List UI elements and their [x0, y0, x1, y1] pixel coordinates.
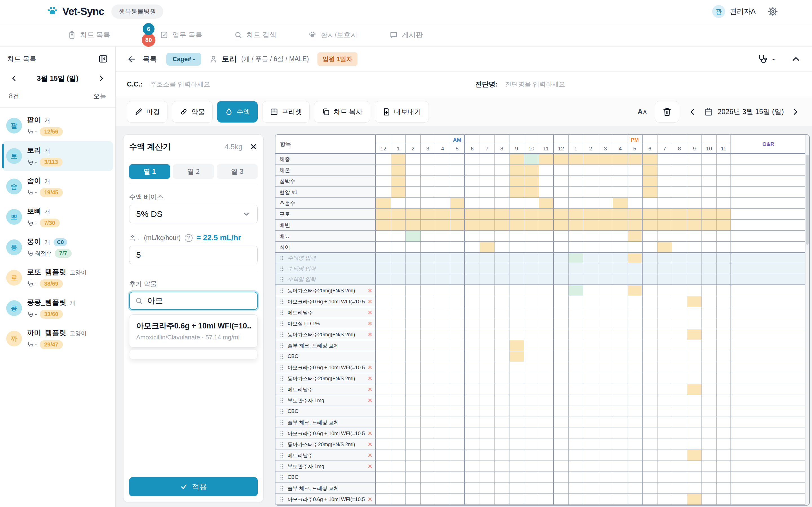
- grid-cell[interactable]: [687, 450, 702, 460]
- grid-cell[interactable]: [658, 461, 672, 471]
- grid-cell[interactable]: [583, 285, 598, 296]
- grid-cell[interactable]: [509, 395, 524, 406]
- grid-cell[interactable]: [569, 483, 583, 494]
- grid-cell[interactable]: [406, 274, 421, 284]
- grid-cell[interactable]: [391, 296, 406, 307]
- grid-cell[interactable]: [554, 307, 569, 318]
- grid-cell[interactable]: [435, 231, 450, 241]
- grid-cell[interactable]: [717, 450, 732, 460]
- grid-cell[interactable]: [643, 242, 658, 252]
- grid-cell[interactable]: [658, 340, 672, 351]
- grid-cell[interactable]: [583, 198, 598, 209]
- grid-cell[interactable]: [628, 472, 643, 483]
- grid-cell[interactable]: [672, 318, 687, 329]
- grid-cell[interactable]: [480, 165, 495, 175]
- grid-cell[interactable]: [539, 461, 554, 471]
- grid-cell[interactable]: [583, 318, 598, 329]
- grid-cell[interactable]: [554, 373, 569, 384]
- grid-cell[interactable]: [509, 231, 524, 241]
- user-menu[interactable]: 관 관리자A: [712, 5, 756, 18]
- grid-cell[interactable]: [658, 176, 672, 186]
- grid-cell[interactable]: [524, 384, 539, 395]
- grid-cell[interactable]: [406, 187, 421, 198]
- grid-cell[interactable]: [554, 406, 569, 416]
- grid-cell[interactable]: [613, 154, 628, 165]
- grid-cell[interactable]: [717, 253, 732, 263]
- grid-cell[interactable]: [613, 472, 628, 483]
- grid-cell[interactable]: [598, 165, 613, 175]
- grid-cell[interactable]: [406, 231, 421, 241]
- grid-cell[interactable]: [465, 285, 480, 296]
- or-cell[interactable]: [731, 165, 805, 175]
- grid-cell[interactable]: [480, 187, 495, 198]
- grid-cell[interactable]: [628, 439, 643, 450]
- grid-cell[interactable]: [465, 428, 480, 439]
- collapse-header-icon[interactable]: [791, 54, 801, 64]
- grid-cell[interactable]: [672, 362, 687, 373]
- grid-cell[interactable]: [421, 242, 436, 252]
- grid-cell[interactable]: [717, 154, 732, 165]
- grid-cell[interactable]: [583, 220, 598, 230]
- fluid-name-input[interactable]: 수액명 입력: [275, 263, 376, 274]
- remove-row-button[interactable]: ✕: [367, 288, 372, 293]
- grid-cell[interactable]: [598, 274, 613, 284]
- grid-cell[interactable]: [613, 439, 628, 450]
- grid-cell[interactable]: [480, 198, 495, 209]
- patient-item-로또_템플릿[interactable]: 로 로또_템플릿 고양이 - 38/69: [2, 263, 113, 293]
- grid-cell[interactable]: [421, 253, 436, 263]
- grid-cell[interactable]: [435, 494, 450, 504]
- grid-cell[interactable]: [643, 154, 658, 165]
- grid-cell[interactable]: [672, 428, 687, 439]
- grid-cell[interactable]: [391, 231, 406, 241]
- font-size-button[interactable]: AA: [638, 108, 647, 116]
- grid-cell[interactable]: [717, 176, 732, 186]
- grid-cell[interactable]: [687, 318, 702, 329]
- remove-row-button[interactable]: ✕: [367, 364, 372, 371]
- grid-cell[interactable]: [687, 428, 702, 439]
- grid-cell[interactable]: [450, 395, 465, 406]
- grid-cell[interactable]: [598, 384, 613, 395]
- or-cell[interactable]: [731, 340, 805, 351]
- grid-cell[interactable]: [391, 340, 406, 351]
- grid-cell[interactable]: [569, 417, 583, 428]
- grid-cell[interactable]: [509, 329, 524, 340]
- grid-cell[interactable]: [598, 340, 613, 351]
- grid-cell[interactable]: [480, 439, 495, 450]
- grid-cell[interactable]: [717, 340, 732, 351]
- grid-cell[interactable]: [643, 351, 658, 362]
- grid-cell[interactable]: [406, 253, 421, 263]
- grid-cell[interactable]: [672, 198, 687, 209]
- grid-cell[interactable]: [628, 373, 643, 384]
- grid-cell[interactable]: [687, 439, 702, 450]
- grid-cell[interactable]: [598, 395, 613, 406]
- grid-cell[interactable]: [406, 406, 421, 416]
- grid-cell[interactable]: [435, 165, 450, 175]
- grid-cell[interactable]: [480, 307, 495, 318]
- grid-cell[interactable]: [480, 406, 495, 416]
- grid-cell[interactable]: [658, 165, 672, 175]
- grid-cell[interactable]: [509, 253, 524, 263]
- diagnosis-input[interactable]: [505, 80, 801, 88]
- grid-cell[interactable]: [435, 406, 450, 416]
- grid-cell[interactable]: [495, 384, 509, 395]
- grid-cell[interactable]: [583, 176, 598, 186]
- grid-cell[interactable]: [554, 472, 569, 483]
- grid-cell[interactable]: [524, 231, 539, 241]
- grid-cell[interactable]: [598, 461, 613, 471]
- grid-cell[interactable]: [495, 307, 509, 318]
- grid-cell[interactable]: [465, 340, 480, 351]
- grid-cell[interactable]: [376, 472, 391, 483]
- grid-cell[interactable]: [450, 198, 465, 209]
- grid-cell[interactable]: [554, 263, 569, 274]
- grid-cell[interactable]: [406, 450, 421, 460]
- or-cell[interactable]: [731, 253, 805, 263]
- remove-row-button[interactable]: ✕: [367, 309, 372, 316]
- grid-cell[interactable]: [643, 176, 658, 186]
- grid-cell[interactable]: [687, 176, 702, 186]
- grid-cell[interactable]: [495, 450, 509, 460]
- grid-cell[interactable]: [480, 472, 495, 483]
- drag-handle-icon[interactable]: [280, 452, 284, 459]
- grid-cell[interactable]: [658, 296, 672, 307]
- grid-cell[interactable]: [435, 176, 450, 186]
- grid-cell[interactable]: [524, 307, 539, 318]
